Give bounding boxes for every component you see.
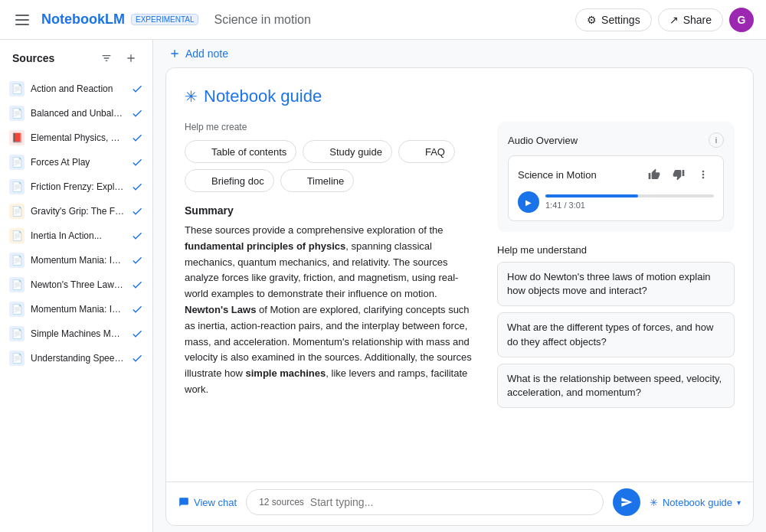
panel-right: Audio Overview i Science in Motion xyxy=(497,122,735,414)
source-label: Simple Machines Make... xyxy=(31,328,125,339)
send-button[interactable] xyxy=(613,488,640,516)
understand-question-button[interactable]: How do Newton's three laws of motion exp… xyxy=(497,262,735,306)
source-label: Understanding Speed, Ve... xyxy=(31,353,125,364)
source-check-icon xyxy=(131,254,143,266)
view-chat-button[interactable]: View chat xyxy=(178,497,237,508)
list-item[interactable]: 📄 Action and Reaction xyxy=(3,77,149,101)
sidebar: Sources 📄 Action and Reaction 📄 Balanced… xyxy=(0,40,153,532)
thumbup-button[interactable] xyxy=(643,164,665,185)
audio-overview: Audio Overview i Science in Motion xyxy=(497,122,735,232)
source-check-icon xyxy=(131,230,143,242)
chat-input-container: 12 sources xyxy=(246,489,604,515)
source-icon: 📄 xyxy=(9,204,25,219)
create-button[interactable]: FAQ xyxy=(398,140,455,163)
content-area: Add note ✳ Notebook guide Help me create… xyxy=(153,40,766,532)
sources-list: 📄 Action and Reaction 📄 Balanced and Unb… xyxy=(0,77,152,532)
source-label: Newton's Three Laws... xyxy=(31,279,125,290)
create-button[interactable]: Study guide xyxy=(303,140,392,163)
nav-actions: ⚙ Settings ↗ Share G xyxy=(575,8,754,32)
audio-actions xyxy=(643,164,714,185)
sources-title: Sources xyxy=(12,52,54,64)
list-item[interactable]: 📄 Balanced and Unbalance... xyxy=(3,101,149,126)
source-label: Gravity's Grip: The Force... xyxy=(31,206,125,217)
list-item[interactable]: 📄 Understanding Speed, Ve... xyxy=(3,346,149,370)
list-item[interactable]: 📕 Elemental Physics, Third... xyxy=(3,126,149,150)
source-icon: 📄 xyxy=(9,228,25,243)
settings-icon: ⚙ xyxy=(587,14,597,26)
audio-player: ▶ 1:41 / 3:01 xyxy=(518,191,714,213)
create-button[interactable]: Timeline xyxy=(280,169,355,192)
chevron-down-icon: ▾ xyxy=(737,498,741,507)
chat-input[interactable] xyxy=(310,496,591,508)
share-icon: ↗ xyxy=(669,14,679,26)
progress-track xyxy=(545,194,714,197)
progress-bar[interactable]: 1:41 / 3:01 xyxy=(545,194,714,210)
content-top-bar: Add note xyxy=(153,40,766,67)
list-item[interactable]: 📄 Forces At Play xyxy=(3,150,149,175)
guide-star-icon: ✳ xyxy=(185,87,198,106)
avatar[interactable]: G xyxy=(729,8,754,32)
thumbdown-button[interactable] xyxy=(668,164,689,185)
audio-card-header: Science in Motion xyxy=(518,164,714,185)
understand-question-button[interactable]: What are the different types of forces, … xyxy=(497,312,735,357)
sidebar-header-icons xyxy=(97,49,140,67)
create-btn-icon xyxy=(408,145,421,158)
help-understand-label: Help me understand xyxy=(497,244,735,256)
notebook-guide-button[interactable]: ✳ Notebook guide ▾ xyxy=(650,497,741,508)
list-item[interactable]: 📄 Momentum Mania: Inves... xyxy=(3,248,149,273)
page-title: Science in motion xyxy=(214,13,566,27)
create-btn-icon xyxy=(195,175,207,187)
understand-buttons: How do Newton's three laws of motion exp… xyxy=(497,262,735,414)
source-icon: 📄 xyxy=(9,81,25,96)
share-button[interactable]: ↗ Share xyxy=(658,8,723,31)
source-icon: 📄 xyxy=(9,155,25,170)
audio-info-button[interactable]: i xyxy=(709,132,724,148)
source-label: Inertia In Action... xyxy=(31,230,125,241)
source-label: Momentum Mania: Inves... xyxy=(31,304,125,315)
source-label: Momentum Mania: Inves... xyxy=(31,255,125,266)
source-check-icon xyxy=(131,83,143,95)
progress-time: 1:41 / 3:01 xyxy=(545,201,714,210)
source-icon: 📄 xyxy=(9,326,25,341)
list-item[interactable]: 📄 Gravity's Grip: The Force... xyxy=(3,199,149,224)
guide-star-icon-bottom: ✳ xyxy=(650,497,658,508)
source-check-icon xyxy=(131,132,143,144)
logo-badge: EXPERIMENTAL xyxy=(131,14,199,25)
summary-title: Summary xyxy=(185,204,479,217)
audio-overview-label: Audio Overview xyxy=(508,135,578,146)
audio-header: Audio Overview i xyxy=(508,132,724,148)
source-icon: 📄 xyxy=(9,106,25,121)
bottom-bar: View chat 12 sources ✳ Notebook guide ▾ xyxy=(166,481,753,525)
create-button[interactable]: Table of contents xyxy=(185,140,296,163)
source-check-icon xyxy=(131,279,143,291)
source-check-icon xyxy=(131,181,143,193)
help-create-label: Help me create xyxy=(185,122,479,132)
understand-question-button[interactable]: What is the relationship between speed, … xyxy=(497,364,735,408)
source-check-icon xyxy=(131,107,143,119)
add-source-icon[interactable] xyxy=(122,49,140,67)
guide-title: ✳ Notebook guide xyxy=(185,86,735,106)
create-btn-icon xyxy=(290,175,303,187)
source-label: Balanced and Unbalance... xyxy=(31,108,125,119)
settings-button[interactable]: ⚙ Settings xyxy=(575,8,652,31)
filter-icon[interactable] xyxy=(97,49,116,67)
create-button[interactable]: Briefing doc xyxy=(185,169,274,192)
list-item[interactable]: 📄 Inertia In Action... xyxy=(3,224,149,248)
create-btn-icon xyxy=(313,145,325,158)
source-check-icon xyxy=(131,328,143,340)
more-button[interactable] xyxy=(692,164,714,185)
list-item[interactable]: 📄 Friction Frenzy: Explorin... xyxy=(3,175,149,199)
list-item[interactable]: 📄 Simple Machines Make... xyxy=(3,321,149,346)
help-understand: Help me understand How do Newton's three… xyxy=(497,244,735,414)
top-navigation: NotebookLM EXPERIMENTAL Science in motio… xyxy=(0,0,766,40)
add-note-button[interactable]: Add note xyxy=(169,47,228,60)
notebook-guide-panel: ✳ Notebook guide Help me create Table of… xyxy=(165,67,754,526)
panel-inner: ✳ Notebook guide Help me create Table of… xyxy=(166,68,753,481)
list-item[interactable]: 📄 Newton's Three Laws... xyxy=(3,273,149,297)
summary-text: These sources provide a comprehensive ex… xyxy=(185,223,479,398)
play-button[interactable]: ▶ xyxy=(518,191,539,213)
list-item[interactable]: 📄 Momentum Mania: Inves... xyxy=(3,297,149,321)
progress-fill xyxy=(545,194,638,197)
hamburger-menu[interactable] xyxy=(12,11,32,28)
source-check-icon xyxy=(131,303,143,315)
